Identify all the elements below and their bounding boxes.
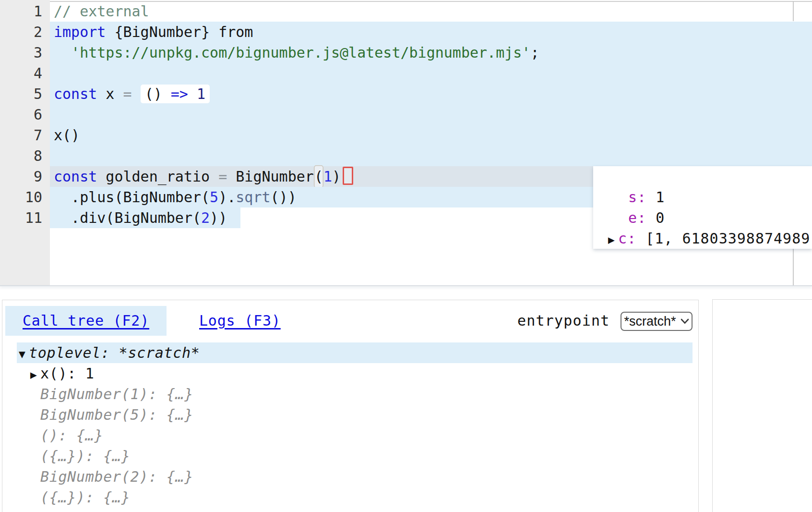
call-tree-row-label: x(): 1	[40, 365, 95, 382]
entrypoint-selected-value: *scratch*	[624, 314, 676, 329]
code-token: ()	[145, 85, 162, 102]
code-token: const	[54, 168, 97, 185]
code-token: {BigNumber} from	[106, 24, 253, 40]
call-tree-panel: Call tree (F2)Logs (F3) entrypoint *scra…	[2, 300, 699, 512]
code-token: =	[123, 85, 132, 102]
line-number: 3	[0, 42, 42, 63]
call-tree-row[interactable]: ▶x(): 1	[2, 363, 698, 384]
chevron-down-icon	[681, 318, 689, 324]
call-tree-row-label: BigNumber(2): {…}	[40, 468, 193, 485]
code-line-5[interactable]: const x = () => 1	[50, 84, 812, 104]
line-number: 9	[0, 166, 42, 187]
editor-right-border	[793, 249, 794, 285]
detail-panel	[712, 299, 812, 512]
line-number: 6	[0, 104, 42, 125]
call-tree-row-label: BigNumber(5): {…}	[40, 406, 193, 423]
code-token: ).	[218, 189, 236, 206]
code-token: 1	[197, 85, 205, 102]
field-value: [1, 61803398874989	[636, 230, 810, 247]
editor-bottom-divider	[0, 285, 812, 286]
code-token: 'https://unpkg.com/bignumber.js@latest/b…	[71, 44, 530, 61]
code-editor[interactable]: 1234567891011 // externalimport {BigNumb…	[0, 0, 812, 286]
code-token: .plus(BigNumber(	[54, 189, 210, 206]
call-tree-row-label: ({…}): {…}	[40, 448, 131, 464]
code-line-4[interactable]	[50, 63, 812, 84]
code-token	[54, 44, 71, 61]
code-token: .div(BigNumber(	[54, 209, 201, 226]
result-value-row: ▼1.61803398874989484821	[593, 166, 812, 187]
code-line-7[interactable]: x()	[50, 125, 812, 146]
code-token: =>	[171, 85, 188, 102]
field-key: s:	[628, 189, 646, 206]
call-tree: ▼toplevel: *scratch*▶x(): 1BigNumber(1):…	[2, 342, 698, 508]
line-number: 4	[0, 63, 42, 84]
code-token: 5	[210, 189, 218, 206]
call-tree-row-label: toplevel: *scratch*	[29, 344, 200, 361]
entrypoint-label: entrypoint	[517, 312, 610, 329]
empty-hole-marker	[343, 167, 353, 185]
code-token: x	[97, 85, 123, 102]
code-token: 1	[323, 168, 332, 185]
call-tree-row[interactable]: BigNumber(5): {…}	[2, 404, 698, 425]
inline-eval-box: () => 1	[141, 85, 210, 103]
call-tree-row[interactable]: ({…}): {…}	[2, 446, 698, 466]
code-token: ))	[210, 209, 227, 226]
line-number: 10	[0, 187, 42, 207]
inline-result-popup: ▼1.61803398874989484821 s: 1e: 0▶c: [1, …	[593, 166, 812, 249]
code-line-8[interactable]	[50, 146, 812, 166]
line-number: 2	[0, 22, 42, 42]
line-number: 7	[0, 125, 42, 146]
line-number: 1	[0, 1, 42, 22]
code-token: 2	[201, 209, 210, 226]
code-token	[162, 85, 171, 102]
code-token: const	[54, 85, 97, 102]
call-tree-row[interactable]: ▼toplevel: *scratch*	[17, 342, 693, 363]
call-tree-row[interactable]: BigNumber(1): {…}	[2, 384, 698, 404]
line-number-gutter: 1234567891011	[0, 0, 50, 285]
app-root: { "editor": { "lines": [ {"n": 1, "bg": …	[0, 0, 812, 512]
code-token: golden_ratio	[97, 168, 218, 185]
code-token: import	[54, 24, 106, 40]
call-tree-row[interactable]: BigNumber(2): {…}	[2, 466, 698, 487]
field-key: e:	[628, 209, 646, 226]
code-line-highlight: .div(BigNumber(2))	[50, 207, 240, 228]
code-token: ())	[271, 189, 297, 206]
code-token: =	[218, 168, 227, 185]
line-number: 8	[0, 146, 42, 166]
tab-logs-f3-[interactable]: Logs (F3)	[196, 306, 284, 336]
line-number: 11	[0, 207, 42, 228]
result-fields: s: 1e: 0▶c: [1, 61803398874989	[593, 187, 812, 249]
field-value: 0	[646, 209, 665, 226]
result-field-e: e: 0	[593, 207, 812, 228]
code-token	[188, 85, 197, 102]
call-tree-row-label: (): {…}	[40, 427, 103, 444]
call-tree-row[interactable]: (): {…}	[2, 425, 698, 446]
code-token: sqrt	[236, 189, 270, 206]
triangle-right-icon[interactable]: ▶	[30, 365, 40, 385]
code-token: x()	[54, 127, 80, 144]
triangle-down-icon[interactable]: ▼	[19, 344, 29, 365]
editor-top-border	[50, 1, 812, 2]
result-field-s: s: 1	[593, 187, 812, 207]
result-field-c: ▶c: [1, 61803398874989	[593, 228, 812, 249]
call-tree-row-label: BigNumber(1): {…}	[40, 386, 193, 402]
call-tree-row[interactable]: ({…}): {…}	[2, 487, 698, 508]
line-number: 5	[0, 84, 42, 104]
entrypoint-select[interactable]: *scratch*	[621, 312, 693, 331]
code-token: BigNumber	[227, 168, 314, 185]
code-line-6[interactable]	[50, 104, 812, 125]
editor-right-border	[793, 1, 794, 21]
triangle-right-icon[interactable]: ▶	[608, 230, 618, 249]
code-line-3[interactable]: 'https://unpkg.com/bignumber.js@latest/b…	[50, 42, 812, 63]
field-value: 1	[646, 189, 665, 206]
code-line-1[interactable]: // external	[50, 1, 812, 22]
code-token: )	[332, 168, 341, 185]
matched-bracket-highlight: (	[314, 165, 323, 188]
call-tree-row-label: ({…}): {…}	[40, 489, 131, 506]
code-token	[132, 85, 141, 102]
code-line-2[interactable]: import {BigNumber} from	[50, 22, 812, 42]
code-token: ;	[530, 44, 539, 61]
field-key: c:	[618, 230, 636, 247]
code-token: // external	[54, 3, 149, 20]
tab-call-tree-f2-[interactable]: Call tree (F2)	[5, 306, 167, 336]
